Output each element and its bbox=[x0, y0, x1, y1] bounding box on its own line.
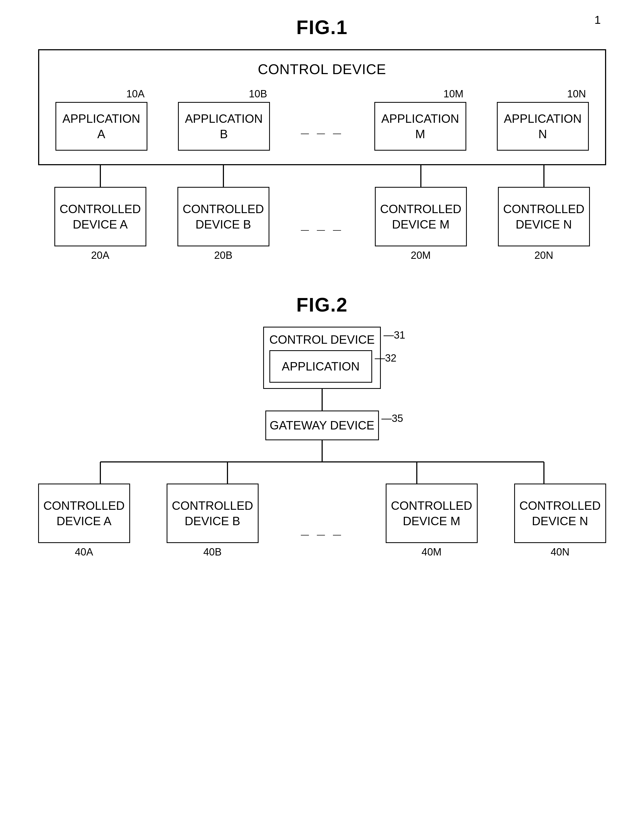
vline-a bbox=[100, 165, 101, 187]
application-inner-box: APPLICATION bbox=[269, 350, 372, 383]
dashes-apps: _ _ _ bbox=[300, 103, 344, 136]
fig2-section: FIG.2 CONTROL DEVICE APPLICATION —32 —3 bbox=[22, 294, 622, 558]
tree-lines-svg bbox=[38, 440, 606, 484]
app-label-n: APPLICATIONN bbox=[504, 111, 582, 142]
fig2-controlled-box-n: CONTROLLEDDEVICE N bbox=[514, 484, 606, 543]
page-container: 1 FIG.1 CONTROL DEVICE 10A APPLICATIONA … bbox=[0, 0, 644, 827]
controlled-label-n: CONTROLLEDDEVICE N bbox=[503, 201, 585, 232]
fig2-device-ref-a: 40A bbox=[75, 546, 93, 558]
fig2-controlled-label-a: CONTROLLEDDEVICE A bbox=[43, 498, 125, 529]
app-item-a: 10A APPLICATIONA bbox=[55, 88, 147, 151]
device-ref-a: 20A bbox=[91, 250, 109, 261]
app-box-m: APPLICATIONM bbox=[374, 102, 466, 151]
app-label-a: APPLICATIONA bbox=[63, 111, 141, 142]
app-item-b: 10B APPLICATIONB bbox=[178, 88, 270, 151]
controlled-label-a: CONTROLLEDDEVICE A bbox=[59, 201, 141, 232]
fig1-ref-number: 1 bbox=[594, 14, 601, 27]
gateway-label: GATEWAY DEVICE bbox=[270, 419, 374, 432]
control-ref-31: —31 bbox=[383, 329, 405, 341]
fig2-app-label: APPLICATION bbox=[282, 360, 360, 373]
controlled-box-a: CONTROLLEDDEVICE A bbox=[55, 187, 146, 247]
vline-ctrl-to-gw bbox=[322, 389, 323, 410]
app-ref-b: 10B bbox=[249, 88, 267, 100]
applications-row: 10A APPLICATIONA 10B APPLICATIONB _ _ _ … bbox=[55, 88, 589, 151]
connector-col-m: CONTROLLEDDEVICE M 20M bbox=[375, 165, 467, 261]
app-ref-m: 10M bbox=[444, 88, 464, 100]
vline-m bbox=[420, 165, 421, 187]
fig2-wrapper: CONTROL DEVICE APPLICATION —32 —31 bbox=[38, 327, 606, 558]
control-device-label: CONTROL DEVICE bbox=[55, 61, 589, 77]
fig2-device-col-b: CONTROLLEDDEVICE B 40B bbox=[167, 484, 259, 558]
fig2-device-col-a: CONTROLLEDDEVICE A 40A bbox=[38, 484, 130, 558]
fig2-control-label: CONTROL DEVICE bbox=[269, 333, 375, 346]
app-ref-32: —32 bbox=[375, 353, 396, 364]
gateway-box: GATEWAY DEVICE bbox=[265, 410, 379, 440]
app-item-n: 10N APPLICATIONN bbox=[497, 88, 589, 151]
device-ref-n: 20N bbox=[535, 250, 553, 261]
control-device-box: CONTROL DEVICE 10A APPLICATIONA 10B APPL… bbox=[38, 49, 606, 165]
device-ref-b: 20B bbox=[214, 250, 233, 261]
gateway-ref-35: —35 bbox=[381, 413, 403, 424]
app-ref-a: 10A bbox=[126, 88, 145, 100]
connector-col-a: CONTROLLEDDEVICE A 20A bbox=[55, 165, 146, 261]
connector-col-b: CONTROLLEDDEVICE B 20B bbox=[177, 165, 269, 261]
fig2-controlled-box-b: CONTROLLEDDEVICE B bbox=[167, 484, 259, 543]
fig2-bottom-devices-row: CONTROLLEDDEVICE A 40A CONTROLLEDDEVICE … bbox=[38, 484, 606, 558]
app-box-a: APPLICATIONA bbox=[55, 102, 147, 151]
connector-col-n: CONTROLLEDDEVICE N 20N bbox=[498, 165, 590, 261]
fig2-device-col-n: CONTROLLEDDEVICE N 40N bbox=[514, 484, 606, 558]
fig2-device-ref-n: 40N bbox=[551, 546, 570, 558]
fig2-controlled-box-m: CONTROLLEDDEVICE M bbox=[386, 484, 478, 543]
fig2-controlled-label-b: CONTROLLEDDEVICE B bbox=[172, 498, 253, 529]
controlled-box-m: CONTROLLEDDEVICE M bbox=[375, 187, 467, 247]
controlled-label-b: CONTROLLEDDEVICE B bbox=[183, 201, 264, 232]
fig2-device-col-m: CONTROLLEDDEVICE M 40M bbox=[386, 484, 478, 558]
fig1-title: FIG.1 bbox=[22, 16, 622, 38]
fig2-controlled-label-n: CONTROLLEDDEVICE N bbox=[519, 498, 601, 529]
controlled-box-b: CONTROLLEDDEVICE B bbox=[177, 187, 269, 247]
fig2-dashes: _ _ _ bbox=[295, 484, 349, 558]
fig2-device-ref-m: 40M bbox=[422, 546, 442, 558]
app-label-m: APPLICATIONM bbox=[381, 111, 459, 142]
fig2-title: FIG.2 bbox=[22, 294, 622, 316]
gateway-wrapper: GATEWAY DEVICE —35 bbox=[265, 410, 379, 440]
app-box-b: APPLICATIONB bbox=[178, 102, 270, 151]
controlled-label-m: CONTROLLEDDEVICE M bbox=[380, 201, 461, 232]
fig2-top-area: CONTROL DEVICE APPLICATION —32 —31 bbox=[38, 327, 606, 440]
control-device-outer-wrapper: CONTROL DEVICE APPLICATION —32 —31 bbox=[263, 327, 381, 389]
fig1-section: 1 FIG.1 CONTROL DEVICE 10A APPLICATIONA … bbox=[22, 16, 622, 261]
app-label-b: APPLICATIONB bbox=[185, 111, 263, 142]
fig2-device-ref-b: 40B bbox=[203, 546, 222, 558]
fig2-controlled-box-a: CONTROLLEDDEVICE A bbox=[38, 484, 130, 543]
fig2-controlled-label-m: CONTROLLEDDEVICE M bbox=[391, 498, 472, 529]
vline-n bbox=[543, 165, 544, 187]
vline-b bbox=[223, 165, 224, 187]
controlled-box-n: CONTROLLEDDEVICE N bbox=[498, 187, 590, 247]
device-ref-m: 20M bbox=[411, 250, 431, 261]
application-inner-wrapper: APPLICATION —32 bbox=[269, 350, 372, 383]
control-device-outer-box: CONTROL DEVICE APPLICATION —32 bbox=[263, 327, 381, 389]
app-item-m: 10M APPLICATIONM bbox=[374, 88, 466, 151]
dashes-devices: _ _ _ bbox=[300, 165, 344, 261]
app-ref-n: 10N bbox=[567, 88, 586, 100]
app-box-n: APPLICATIONN bbox=[497, 102, 589, 151]
